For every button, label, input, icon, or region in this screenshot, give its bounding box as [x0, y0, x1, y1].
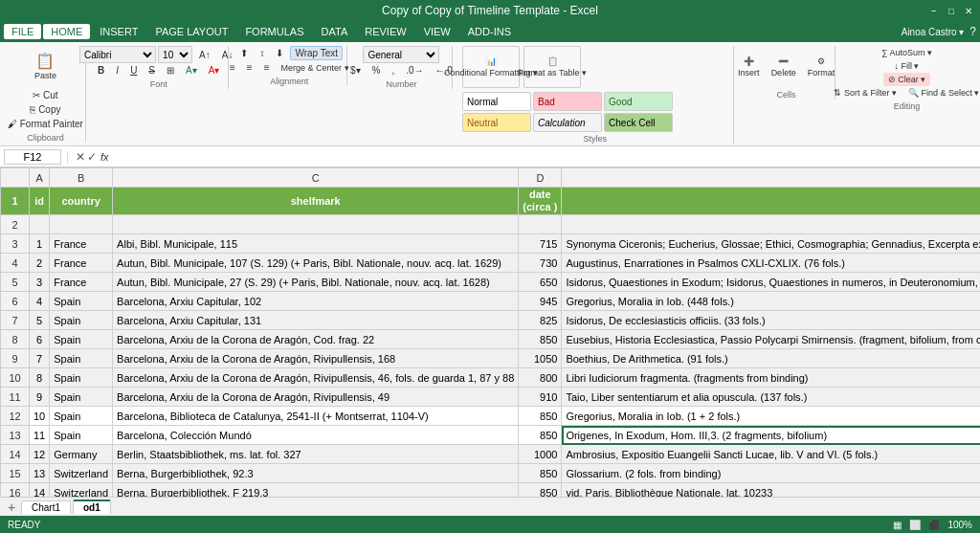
cell-country[interactable]: France	[50, 254, 113, 273]
align-top-button[interactable]: ⬆	[235, 46, 253, 60]
cell-id[interactable]: 12	[30, 445, 50, 464]
font-color-button[interactable]: A▾	[204, 63, 225, 78]
close-button[interactable]: ✕	[961, 3, 976, 18]
cell-content[interactable]: Glossarium. (2 fols. from binding)	[562, 464, 980, 483]
formula-input[interactable]	[112, 151, 976, 163]
view-layout-icon[interactable]: ⬜	[909, 520, 921, 530]
copy-button[interactable]: ⎘ Copy	[25, 102, 65, 117]
format-as-table-button[interactable]: 📋 Format as Table ▾	[523, 46, 581, 88]
view-normal-icon[interactable]: ▦	[893, 520, 902, 530]
cell-shelfmark[interactable]: Albi, Bibl. Municipale, 115	[113, 234, 519, 254]
align-bottom-button[interactable]: ⬇	[271, 46, 288, 60]
cell-country[interactable]: Germany	[50, 445, 113, 464]
menu-review[interactable]: REVIEW	[357, 24, 413, 39]
cell-date[interactable]: 850	[519, 464, 562, 483]
style-neutral[interactable]: Neutral	[462, 113, 531, 132]
bold-button[interactable]: B	[93, 63, 109, 78]
minimize-button[interactable]: −	[926, 3, 942, 18]
cell-country[interactable]: Spain	[50, 311, 113, 330]
cell-country[interactable]: France	[50, 234, 113, 254]
strikethrough-button[interactable]: S	[144, 63, 160, 78]
cell-date[interactable]: 910	[519, 388, 562, 407]
header-shelfmark[interactable]: shelfmark	[113, 188, 519, 215]
cell-shelfmark[interactable]: Barcelona, Biblioteca de Catalunya, 2541…	[113, 407, 519, 426]
cell-shelfmark[interactable]: Barcelona, Colección Mundó	[113, 426, 519, 445]
cell-date[interactable]: 1050	[519, 349, 562, 368]
number-format-select[interactable]: General	[363, 46, 439, 63]
insert-button[interactable]: ➕ Insert	[733, 46, 765, 88]
wrap-text-button[interactable]: Wrap Text	[290, 46, 343, 60]
align-center-button[interactable]: ≡	[242, 60, 257, 75]
header-id[interactable]: id	[30, 188, 50, 215]
style-check-cell[interactable]: Check Cell	[604, 113, 673, 132]
format-button[interactable]: ⚙ Format	[803, 46, 840, 88]
style-calculation[interactable]: Calculation	[533, 113, 602, 132]
cell-id[interactable]: 3	[30, 273, 50, 292]
delete-button[interactable]: ➖ Delete	[767, 46, 801, 88]
cell-id[interactable]: 6	[30, 330, 50, 349]
cell-shelfmark[interactable]	[113, 215, 519, 234]
cell-date[interactable]: 850	[519, 330, 562, 349]
cell-content[interactable]: Origenes, In Exodum, Hom. III,3. (2 frag…	[562, 426, 980, 445]
menu-page-layout[interactable]: PAGE LAYOUT	[147, 24, 235, 39]
paste-button[interactable]: 📋 Paste	[30, 46, 61, 88]
col-header-b[interactable]: B	[50, 168, 113, 188]
menu-addins[interactable]: ADD-INS	[460, 24, 519, 39]
cell-country[interactable]: Switzerland	[50, 483, 113, 497]
confirm-formula-button[interactable]: ✓	[87, 150, 97, 164]
cell-shelfmark[interactable]: Barcelona, Arxiu de la Corona de Aragón,…	[113, 330, 519, 349]
cell-content[interactable]: Boethius, De Arithmetica. (91 fols.)	[562, 349, 980, 368]
cell-country[interactable]: Spain	[50, 368, 113, 388]
cell-id[interactable]: 1	[30, 234, 50, 254]
cell-country[interactable]: Spain	[50, 407, 113, 426]
header-content[interactable]: content	[562, 188, 980, 215]
format-painter-button[interactable]: 🖌 Format Painter	[3, 117, 88, 131]
add-sheet-button[interactable]: +	[4, 500, 19, 515]
menu-insert[interactable]: INSERT	[92, 24, 145, 39]
cell-country[interactable]: Spain	[50, 292, 113, 311]
cell-shelfmark[interactable]: Berlin, Staatsbibliothek, ms. lat. fol. …	[113, 445, 519, 464]
cell-id[interactable]: 14	[30, 483, 50, 497]
cell-date[interactable]: 800	[519, 368, 562, 388]
underline-button[interactable]: U	[125, 63, 142, 78]
autosum-button[interactable]: ∑ AutoSum ▾	[877, 46, 937, 59]
merge-center-button[interactable]: Merge & Center ▾	[277, 61, 354, 75]
col-header-e[interactable]: E	[562, 168, 980, 188]
cell-shelfmark[interactable]: Berna, Burgerbibliothek, F 219,3	[113, 483, 519, 497]
find-select-button[interactable]: 🔍 Find & Select ▾	[903, 86, 980, 100]
cell-country[interactable]: Spain	[50, 330, 113, 349]
cell-id[interactable]: 7	[30, 349, 50, 368]
currency-button[interactable]: $▾	[345, 63, 366, 78]
font-name-select[interactable]: Calibri	[79, 46, 156, 63]
cell-date[interactable]: 850	[519, 483, 562, 497]
style-bad[interactable]: Bad	[533, 92, 602, 111]
cell-content[interactable]: Libri Iudiciorum fragmenta. (fragments f…	[562, 368, 980, 388]
border-button[interactable]: ⊞	[162, 63, 179, 78]
font-size-select[interactable]: 10	[158, 46, 192, 63]
cell-content[interactable]: Isidorus, Quaestiones in Exodum; Isidoru…	[562, 273, 980, 292]
cut-button[interactable]: ✂ Cut	[28, 88, 62, 102]
increase-decimal-button[interactable]: .0→	[401, 63, 428, 78]
cell-content[interactable]: Augustinus, Enarrationes in Psalmos CXLI…	[562, 254, 980, 273]
cell-id[interactable]: 13	[30, 464, 50, 483]
italic-button[interactable]: I	[111, 63, 123, 78]
align-left-button[interactable]: ≡	[225, 60, 240, 75]
align-middle-button[interactable]: ↕	[255, 46, 269, 60]
cell-country[interactable]: Spain	[50, 426, 113, 445]
percent-button[interactable]: %	[368, 63, 386, 78]
clear-button[interactable]: ⊘ Clear ▾	[883, 73, 931, 86]
header-country[interactable]: country	[50, 188, 113, 215]
cell-date[interactable]: 825	[519, 311, 562, 330]
cell-date[interactable]: 850	[519, 426, 562, 445]
cell-country[interactable]: France	[50, 273, 113, 292]
conditional-formatting-button[interactable]: 📊 Conditional Formatting ▾	[462, 46, 520, 88]
cell-shelfmark[interactable]: Barcelona, Arxiu Capitular, 102	[113, 292, 519, 311]
style-good[interactable]: Good	[604, 92, 673, 111]
style-normal[interactable]: Normal	[462, 92, 531, 111]
col-header-c[interactable]: C	[113, 168, 519, 188]
cell-date[interactable]: 730	[519, 254, 562, 273]
cell-country[interactable]: Spain	[50, 349, 113, 368]
cell-shelfmark[interactable]: Autun, Bibl. Municipale, 27 (S. 29) (+ P…	[113, 273, 519, 292]
cell-id[interactable]: 8	[30, 368, 50, 388]
cell-id[interactable]: 11	[30, 426, 50, 445]
